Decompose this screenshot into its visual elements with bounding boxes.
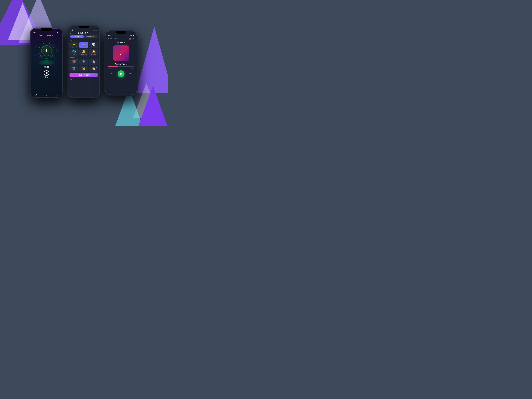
wifi-icon: ◈ (57, 32, 58, 33)
signal-icon-fx: ▪▪▪ (92, 29, 94, 31)
nav-record[interactable]: 🎤 Record (34, 94, 38, 97)
recorder-glow (38, 60, 55, 65)
play-button[interactable] (118, 70, 125, 77)
fx-item-dog[interactable]: 👑 🐶 (89, 66, 98, 72)
animals-section-label: Animals (68, 56, 100, 59)
nav-sounds-label: Sounds (55, 97, 59, 97)
fx-item-burp[interactable]: 🫧 Burp (70, 49, 78, 56)
burp-label: Burp (73, 54, 75, 55)
records-header: RECORDS 👑 ⚙ (105, 36, 137, 40)
bird-label: Bird (83, 63, 85, 65)
wifi-icon-records: ◈ (131, 35, 132, 36)
player-album-art: ♪ (113, 45, 129, 61)
stop-button[interactable] (44, 70, 49, 76)
record-name: Record Name (105, 63, 137, 65)
nav-record-icon: 🎤 (35, 94, 37, 96)
bear-label: Bear (73, 63, 75, 65)
status-time-records: 9:41 (108, 35, 111, 36)
tools-label: Tool (68, 78, 100, 80)
notch-fx (78, 26, 89, 28)
fx-item-christmas[interactable]: 🎄 Christmas (79, 42, 88, 48)
phone-fx-outer: 9:41 ▪▪▪ ◈ ▬ ‹ SELECT FX Voice Backgroun… (67, 25, 101, 98)
recorder-timer: 00:12 (42, 65, 52, 69)
fx-back-button[interactable]: ‹ (70, 32, 71, 34)
settings-icon-records[interactable]: ⚙ (133, 38, 134, 40)
nav-library-label: Library (45, 97, 48, 97)
fx-item-applause[interactable]: 👐 Applause (70, 42, 78, 48)
fx-item-bird[interactable]: 🐦 Bird (79, 59, 88, 65)
fx-item-birdclock[interactable]: 🕰️ Bird Clock (89, 49, 98, 56)
nav-library-icon: ⊞ (46, 94, 47, 97)
nav-sounds-icon: 🎵 (56, 94, 58, 97)
tab-background[interactable]: Background (84, 35, 97, 38)
home-indicator-fx (78, 81, 89, 81)
forward-button[interactable] (128, 72, 132, 76)
phone-recorder-outer: 9:41 ▪▪▪ ◈ ▬ RECORDER (30, 27, 63, 98)
battery-icon-fx: ▬ (96, 29, 97, 31)
select-now-button[interactable]: SELECT NOW (70, 73, 98, 77)
signal-icon: ▪▪▪ (55, 32, 56, 33)
phone-records: 9:41 ▪▪▪ ◈ ▬ RECORDS 👑 ⚙ (105, 31, 137, 95)
fx-tabs: Voice Background (70, 35, 98, 38)
birdclock-label: Bird Clock (91, 54, 96, 55)
nav-sounds[interactable]: 🎵 Sounds (55, 94, 59, 97)
fx-item-creepyyou[interactable]: 💀 Creepy You (89, 42, 98, 48)
recorder-title: RECORDER (31, 35, 63, 37)
fx-item-bear[interactable]: 👑 🐻 Bear (70, 59, 78, 65)
christmas-label: Christmas (81, 46, 86, 47)
tab-voice[interactable]: Voice (70, 35, 84, 38)
fx-item-cow[interactable]: 🐄 Cow (89, 59, 98, 65)
records-action-icons: 👑 ⚙ (129, 38, 134, 40)
crown-icon-records[interactable]: 👑 (129, 38, 131, 40)
progress-fill (108, 66, 117, 67)
player-title: PLAYER (117, 41, 125, 43)
christmas-emoji: 🎄 (82, 43, 86, 46)
player-header: ⬆ PLAYER ✕ (105, 40, 137, 44)
phone-recorder: 9:41 ▪▪▪ ◈ ▬ RECORDER (31, 28, 63, 97)
recorder-visual (35, 39, 58, 63)
wifi-icon-fx: ◈ (94, 29, 95, 31)
cat-emoji: 🐱 (82, 67, 86, 70)
stop-icon (46, 72, 47, 74)
status-bar-fx: 9:41 ▪▪▪ ◈ ▬ (68, 28, 100, 31)
phone-fx: 9:41 ▪▪▪ ◈ ▬ ‹ SELECT FX Voice Backgroun… (68, 26, 100, 97)
rewind-icon (111, 72, 114, 76)
fx-header: ‹ SELECT FX (68, 31, 100, 35)
time-total: 03:36 (131, 67, 134, 69)
rewind-button[interactable] (110, 72, 114, 76)
fx-item-bee[interactable]: 🐝 (70, 66, 78, 72)
phones-container: 9:41 ▪▪▪ ◈ ▬ RECORDER (0, 0, 168, 126)
progress-dot (116, 66, 118, 67)
stop-controls: Stop (31, 70, 63, 78)
battery-icon: ▬ (58, 32, 60, 33)
creepyyou-emoji: 💀 (92, 43, 95, 46)
share-icon[interactable]: ⬆ (107, 41, 109, 43)
records-title: RECORDS (108, 38, 120, 39)
notch-recorder (41, 28, 52, 31)
stop-label: Stop (45, 76, 48, 78)
animals-grid: 👑 🐻 Bear 🐦 Bird 🐄 Cow 🐝 (68, 59, 100, 72)
bee-emoji: 🐝 (72, 67, 76, 70)
bird-emoji: 🐦 (82, 60, 86, 63)
phone-records-outer: 9:41 ▪▪▪ ◈ ▬ RECORDS 👑 ⚙ (104, 30, 138, 96)
time-current: 00:00 (108, 67, 111, 69)
close-icon[interactable]: ✕ (133, 41, 135, 43)
churchbell-crown: 👑 (86, 50, 88, 51)
status-icons-fx: ▪▪▪ ◈ ▬ (92, 29, 97, 31)
bear-crown: 👑 (77, 59, 78, 60)
fx-item-churchbell[interactable]: 👑 🔔 Church Bell (79, 49, 88, 56)
signal-icon-records: ▪▪▪ (130, 35, 131, 36)
status-icons-records: ▪▪▪ ◈ ▬ (130, 35, 134, 36)
player-progress[interactable] (105, 66, 137, 67)
play-icon (120, 72, 122, 75)
creepyyou-label: Creepy You (91, 46, 96, 47)
battery-icon-records: ▬ (133, 35, 134, 36)
dog-emoji: 🐶 (92, 67, 95, 70)
fx-item-cat[interactable]: 🐱 (79, 66, 88, 72)
birdclock-emoji: 🕰️ (92, 50, 95, 53)
status-bar-recorder: 9:41 ▪▪▪ ◈ ▬ (31, 31, 63, 33)
nav-library[interactable]: ⊞ Library (45, 94, 48, 97)
progress-times: 00:00 03:36 (105, 67, 137, 69)
mic-button[interactable] (41, 45, 52, 56)
churchbell-emoji: 🔔 (82, 50, 86, 53)
